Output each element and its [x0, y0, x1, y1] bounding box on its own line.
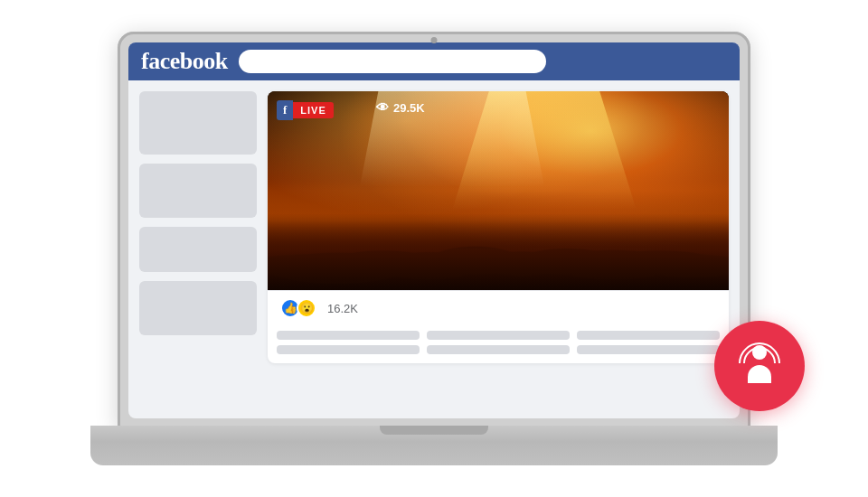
action-bar-5 — [427, 345, 570, 354]
fb-icon: f — [277, 100, 293, 120]
laptop-camera — [431, 37, 438, 43]
viewer-count-value: 29.5K — [393, 101, 425, 115]
action-bar-1 — [277, 331, 420, 340]
laptop-base — [90, 426, 778, 465]
action-bar-2 — [427, 331, 570, 340]
post-footer: 👍 😮 16.2K — [268, 290, 729, 325]
facebook-logo: facebook — [141, 48, 228, 75]
facebook-header: facebook — [128, 42, 740, 80]
facebook-sidebar — [139, 91, 257, 408]
sidebar-block-4 — [139, 281, 257, 335]
live-stream-icon — [737, 343, 782, 389]
sidebar-block-1 — [139, 91, 257, 155]
person-body-icon — [748, 365, 771, 383]
action-row-1 — [277, 331, 720, 340]
action-bar-3 — [577, 331, 720, 340]
facebook-main: f LIVE 👁 29.5K — [268, 91, 729, 408]
laptop: facebook — [90, 32, 778, 465]
facebook-post: f LIVE 👁 29.5K — [268, 91, 729, 363]
facebook-search-bar[interactable] — [239, 50, 546, 73]
eye-icon: 👁 — [376, 100, 389, 115]
live-label: LIVE — [293, 102, 333, 118]
person-head-icon — [752, 345, 767, 360]
laptop-screen: facebook — [128, 42, 740, 418]
live-stream-badge[interactable] — [714, 321, 805, 411]
action-row-2 — [277, 345, 720, 354]
facebook-ui: facebook — [128, 42, 740, 418]
action-bar-6 — [577, 345, 720, 354]
action-bars — [268, 325, 729, 363]
live-badge: f LIVE — [277, 100, 334, 120]
laptop-bezel: facebook — [118, 32, 750, 429]
reaction-count: 16.2K — [327, 302, 358, 315]
sidebar-block-2 — [139, 164, 257, 218]
viewer-count: 👁 29.5K — [376, 100, 425, 115]
crowd-overlay — [268, 91, 729, 290]
sidebar-block-3 — [139, 227, 257, 272]
reaction-icons: 👍 😮 — [280, 298, 316, 318]
wow-reaction: 😮 — [297, 298, 316, 318]
scene: facebook — [45, 14, 823, 483]
video-container[interactable]: f LIVE 👁 29.5K — [268, 91, 729, 290]
action-bar-4 — [277, 345, 420, 354]
facebook-content: f LIVE 👁 29.5K — [128, 80, 740, 418]
